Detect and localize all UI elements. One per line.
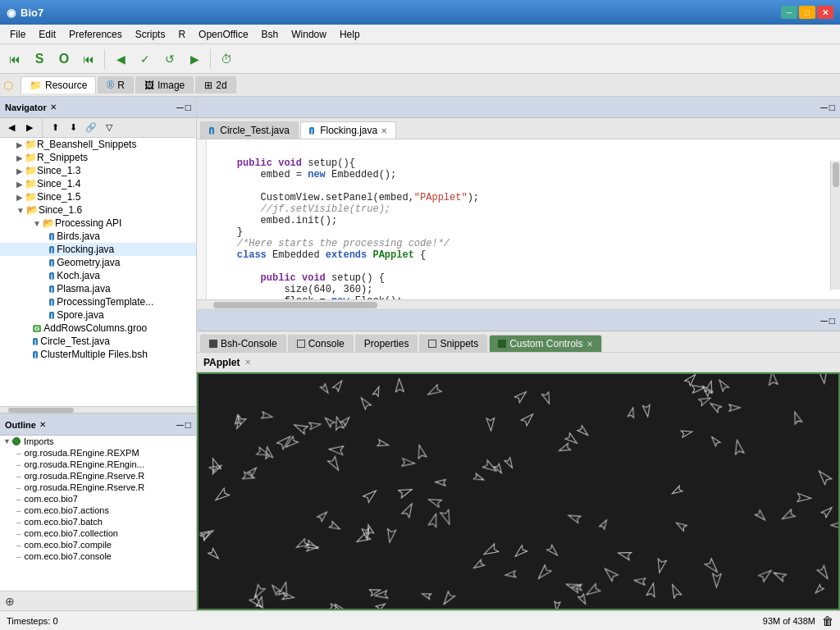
outline-item-imports[interactable]: ▼ Imports: [0, 436, 196, 447]
outline-item-import1[interactable]: – org.rosuda.REngine.REXPM: [0, 447, 196, 459]
record-button[interactable]: O: [52, 48, 75, 71]
outline-item-import5[interactable]: – com.eco.bio7: [0, 493, 196, 504]
nav-arrow-r-beanshell[interactable]: ▶: [16, 140, 23, 149]
outline-item-import7[interactable]: – com.eco.bio7.batch: [0, 516, 196, 527]
prev-button[interactable]: ⏮: [77, 48, 100, 71]
clock-button[interactable]: ⏱: [215, 48, 238, 71]
nav-item-geometry[interactable]: j Geometry.java: [0, 256, 196, 269]
nav-item-since-13[interactable]: ▶ 📁 Since_1.3: [0, 164, 196, 177]
menu-edit[interactable]: Edit: [32, 27, 62, 42]
outline-item-import2[interactable]: – org.rosuda.REngine.REngin...: [0, 459, 196, 470]
outline-arrow-imports[interactable]: ▼: [3, 437, 11, 445]
nav-back-button[interactable]: ◀: [3, 120, 20, 136]
tab-flocking[interactable]: j Flocking.java ✕: [300, 121, 396, 139]
tab-circle-test[interactable]: j Circle_Test.java: [200, 121, 299, 139]
nav-arrow-r-snippets[interactable]: ▶: [16, 153, 23, 162]
code-vscrollbar-thumb[interactable]: [833, 162, 839, 187]
minimize-button[interactable]: ─: [781, 6, 797, 19]
nav-forward-button[interactable]: ▶: [21, 120, 38, 136]
outline-add-icon[interactable]: ⊕: [5, 595, 15, 608]
nav-item-since-16[interactable]: ▼ 📂 Since_1.6: [0, 203, 196, 217]
nav-item-circle-test[interactable]: j Circle_Test.java: [0, 335, 196, 348]
menu-bsh[interactable]: Bsh: [255, 27, 285, 42]
nav-arrow-since15[interactable]: ▶: [16, 193, 23, 202]
menu-r[interactable]: R: [171, 27, 192, 42]
left-button[interactable]: ◀: [109, 48, 132, 71]
menu-scripts[interactable]: Scripts: [129, 27, 172, 42]
nav-item-koch[interactable]: j Koch.java: [0, 269, 196, 282]
code-area-maximize-icon[interactable]: □: [829, 102, 835, 113]
close-button[interactable]: ✕: [817, 6, 833, 19]
nav-item-r-snippets[interactable]: ▶ 📁 R_Snippets: [0, 151, 196, 164]
nav-item-flocking[interactable]: j Flocking.java: [0, 243, 196, 256]
checkmark-button[interactable]: ✓: [134, 48, 157, 71]
refresh-button[interactable]: ↺: [158, 48, 181, 71]
outline-dash-10: –: [16, 552, 21, 561]
outline-close-icon[interactable]: ✕: [39, 420, 46, 429]
outline-maximize-icon[interactable]: □: [185, 419, 191, 431]
nav-item-addrows[interactable]: G AddRowsColumns.groo: [0, 322, 196, 335]
nav-up-button[interactable]: ⬆: [47, 120, 63, 136]
outline-item-import8[interactable]: – com.eco.bio7.collection: [0, 527, 196, 539]
nav-item-since-14[interactable]: ▶ 📁 Since_1.4: [0, 177, 196, 190]
nav-item-spore[interactable]: j Spore.java: [0, 308, 196, 322]
play-button[interactable]: ⏮: [3, 48, 26, 71]
papplet-close[interactable]: ✕: [244, 358, 251, 367]
nav-item-birds[interactable]: j Birds.java: [0, 230, 196, 243]
tab-properties[interactable]: Properties: [355, 335, 418, 352]
tab-snippets[interactable]: Snippets: [419, 335, 487, 352]
navigator-close-icon[interactable]: ✕: [50, 103, 57, 112]
nav-item-since-15[interactable]: ▶ 📁 Since_1.5: [0, 190, 196, 203]
nav-arrow-since14[interactable]: ▶: [16, 180, 23, 189]
trash-icon[interactable]: 🗑: [822, 614, 833, 628]
outline-dash-6: –: [16, 506, 21, 515]
navigator-maximize-icon[interactable]: □: [185, 102, 191, 113]
outline-item-import6[interactable]: – com.eco.bio7.actions: [0, 504, 196, 516]
bottom-maximize-icon[interactable]: □: [829, 315, 835, 326]
nav-filter-button[interactable]: ▽: [101, 120, 117, 136]
code-text-area[interactable]: public void setup(){ embed = new Embedde…: [207, 139, 840, 299]
navigator-hscrollbar[interactable]: [0, 406, 196, 413]
nav-link-button[interactable]: 🔗: [83, 120, 99, 136]
tab-image[interactable]: 🖼 Image: [135, 76, 194, 94]
tab-console[interactable]: Console: [288, 335, 354, 352]
nav-item-processing-template[interactable]: j ProcessingTemplate...: [0, 295, 196, 308]
code-hscrollbar[interactable]: [197, 299, 840, 309]
tab-2d[interactable]: ⊞ 2d: [195, 76, 235, 94]
maximize-button[interactable]: □: [799, 6, 815, 19]
custom-controls-close[interactable]: ✕: [587, 340, 593, 349]
nav-arrow-since13[interactable]: ▶: [16, 167, 23, 176]
papplet-canvas: [197, 372, 840, 610]
stop-button[interactable]: S: [28, 48, 51, 71]
bottom-minimize-icon[interactable]: ─: [820, 315, 828, 326]
code-area-minimize-icon[interactable]: ─: [820, 102, 828, 113]
navigator-hscrollbar-thumb[interactable]: [8, 408, 74, 413]
menu-preferences[interactable]: Preferences: [62, 27, 129, 42]
nav-item-plasma[interactable]: j Plasma.java: [0, 282, 196, 295]
tab-resource[interactable]: 📁 Resource: [21, 76, 96, 94]
run-button[interactable]: ▶: [183, 48, 206, 71]
code-vscrollbar[interactable]: [830, 161, 840, 290]
code-hscrollbar-thumb[interactable]: [213, 302, 377, 308]
nav-item-cluster[interactable]: j ClusterMultiple Files.bsh: [0, 348, 196, 361]
nav-item-r-beanshell[interactable]: ▶ 📁 R_Beanshell_Snippets: [0, 138, 196, 151]
tab-r[interactable]: ® R: [98, 76, 134, 94]
tab-bsh-console[interactable]: Bsh-Console: [200, 335, 286, 352]
navigator-minimize-icon[interactable]: ─: [176, 102, 184, 113]
outline-item-import3[interactable]: – org.rosuda.REngine.Rserve.R: [0, 470, 196, 482]
titlebar: ◉ Bio7 ─ □ ✕: [0, 0, 840, 25]
menu-file[interactable]: File: [3, 27, 32, 42]
nav-item-processing-api[interactable]: ▼ 📂 Processing API: [0, 217, 196, 230]
tab-flocking-close[interactable]: ✕: [381, 126, 387, 135]
nav-arrow-processing[interactable]: ▼: [33, 219, 41, 228]
menu-window[interactable]: Window: [285, 27, 333, 42]
tab-custom-controls[interactable]: Custom Controls ✕: [489, 335, 601, 352]
menu-help[interactable]: Help: [333, 27, 367, 42]
nav-collapse-button[interactable]: ⬇: [65, 120, 81, 136]
outline-item-import10[interactable]: – com.eco.bio7.console: [0, 550, 196, 562]
outline-item-import9[interactable]: – com.eco.bio7.compile: [0, 539, 196, 550]
outline-item-import4[interactable]: – org.rosuda.REngine.Rserve.R: [0, 482, 196, 493]
nav-arrow-since16[interactable]: ▼: [16, 206, 25, 215]
outline-minimize-icon[interactable]: ─: [176, 419, 184, 431]
menu-openoffice[interactable]: OpenOffice: [192, 27, 254, 42]
